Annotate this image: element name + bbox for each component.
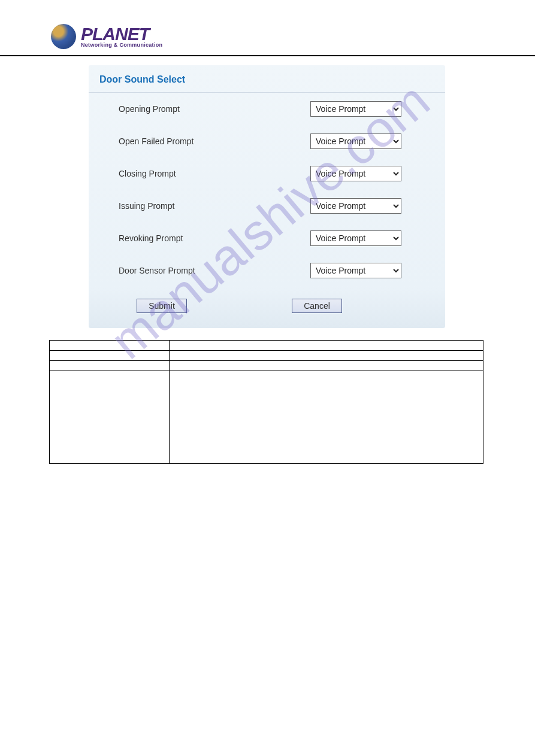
door-sensor-prompt-row: Door Sensor Prompt Voice Prompt [89,254,445,287]
door-sensor-prompt-select[interactable]: Voice Prompt [310,263,401,278]
door-sensor-prompt-label: Door Sensor Prompt [119,266,310,275]
door-sound-panel: Door Sound Select Opening Prompt Voice P… [89,65,445,328]
logo-text-block: PLANET Networking & Communication [81,26,162,48]
description-table [49,340,483,464]
table-cell [50,361,170,371]
table-row [50,351,483,361]
submit-button[interactable]: Submit [137,299,187,313]
cancel-button[interactable]: Cancel [292,299,342,313]
table-cell [50,341,170,351]
closing-prompt-select[interactable]: Voice Prompt [310,166,401,181]
opening-prompt-row: Opening Prompt Voice Prompt [89,93,445,125]
logo-main-text: PLANET [81,26,162,42]
open-failed-prompt-row: Open Failed Prompt Voice Prompt [89,125,445,157]
open-failed-prompt-select[interactable]: Voice Prompt [310,133,401,149]
page-header: PLANET Networking & Communication [0,0,535,56]
table-cell [50,371,170,464]
issuing-prompt-row: Issuing Prompt Voice Prompt [89,190,445,222]
table-row [50,341,483,351]
open-failed-prompt-label: Open Failed Prompt [119,136,310,146]
opening-prompt-select[interactable]: Voice Prompt [310,101,401,117]
revoking-prompt-label: Revoking Prompt [119,233,310,243]
table-cell [50,351,170,361]
revoking-prompt-select[interactable]: Voice Prompt [310,230,401,246]
table-row [50,361,483,371]
table-cell [170,361,483,371]
table-cell [170,371,483,464]
issuing-prompt-label: Issuing Prompt [119,201,310,211]
table-cell [170,341,483,351]
panel-title: Door Sound Select [89,65,445,93]
table-cell [170,351,483,361]
closing-prompt-row: Closing Prompt Voice Prompt [89,157,445,190]
logo-sub-text: Networking & Communication [81,42,162,48]
table-row [50,371,483,464]
opening-prompt-label: Opening Prompt [119,104,310,114]
closing-prompt-label: Closing Prompt [119,169,310,178]
issuing-prompt-select[interactable]: Voice Prompt [310,198,401,214]
logo: PLANET Networking & Communication [51,24,535,49]
planet-logo-icon [51,24,76,49]
revoking-prompt-row: Revoking Prompt Voice Prompt [89,222,445,254]
button-row: Submit Cancel [89,287,445,313]
